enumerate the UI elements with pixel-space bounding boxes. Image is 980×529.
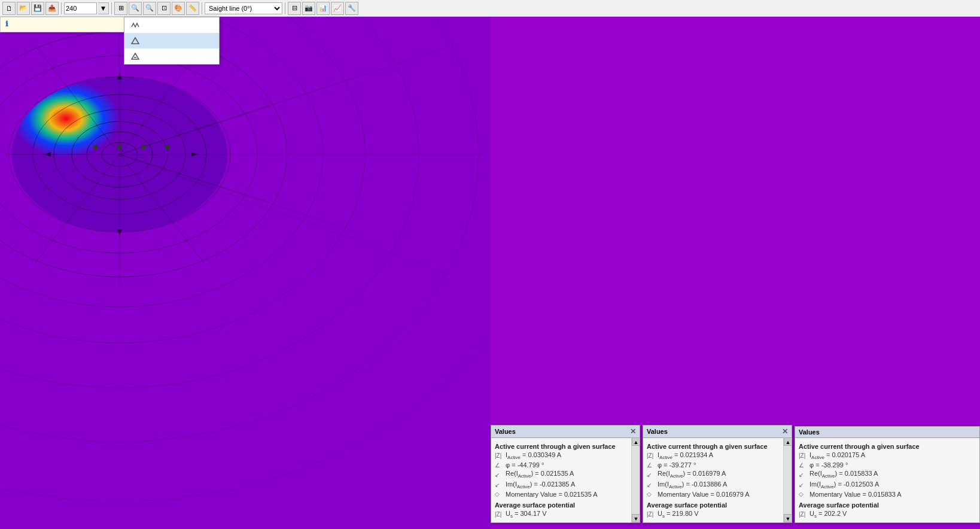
panel1-scroll-down[interactable]: ▼ xyxy=(632,514,640,522)
panel1-label-5: Momentary Value = 0.021535 A xyxy=(506,491,598,498)
magnitude-icon-3: |Z| xyxy=(799,452,807,459)
peak-icon xyxy=(130,51,140,61)
panel3-label-4: Im(IActive) = -0.012503 A xyxy=(809,481,879,490)
magnitude-icon-1: |Z| xyxy=(495,452,503,459)
svg-point-35 xyxy=(165,145,170,150)
imag-icon-1: ↙ xyxy=(495,482,503,488)
panel1-section2-title: Average surface potential xyxy=(495,501,636,509)
panel1-title: Values xyxy=(495,428,516,435)
panel1-body: Active current through a given surface |… xyxy=(491,438,640,522)
svg-point-32 xyxy=(93,145,98,150)
tool-btn3[interactable]: 📊 xyxy=(316,2,330,15)
panel2-header: Values ✕ xyxy=(643,425,792,438)
panel2-row-2: ∠ φ = -39.277 ° xyxy=(647,461,788,469)
panel1-header: Values ✕ xyxy=(491,425,640,438)
phase-input[interactable] xyxy=(64,2,97,14)
real-icon-1: ↙ xyxy=(495,472,503,478)
measure-button[interactable]: 📏 xyxy=(186,2,199,15)
tool-btn1[interactable]: ⊟ xyxy=(288,2,301,15)
mode-select[interactable]: Saight line (0°) Curved line Point xyxy=(205,2,282,14)
panel1-row-5: ◇ Momentary Value = 0.021535 A xyxy=(495,491,636,498)
save-button[interactable]: 💾 xyxy=(31,2,44,15)
rms-icon xyxy=(130,36,140,45)
svg-point-34 xyxy=(141,145,146,150)
panel1-row-4: ↙ Im(IActive) = -0.021385 A xyxy=(495,481,636,490)
color-button[interactable]: 🎨 xyxy=(172,2,185,15)
menu-item-peak[interactable] xyxy=(124,48,219,64)
panel3-header: Values xyxy=(795,427,979,438)
values-panel-3: Values Active current through a given su… xyxy=(795,426,980,523)
phase-tooltip-title: ℹ xyxy=(5,20,120,28)
moment-icon-2: ◇ xyxy=(647,491,655,497)
panel1-row-1: |Z| IActive = 0.030349 A xyxy=(495,451,636,460)
panel3-section2-title: Average surface potential xyxy=(799,501,976,509)
new-button[interactable]: 🗋 xyxy=(2,2,16,15)
zoom-in-button[interactable]: 🔍 xyxy=(129,2,142,15)
panel1-label-2: φ = -44.799 ° xyxy=(506,461,544,469)
panel3-row-1: |Z| IActive = 0.020175 A xyxy=(799,451,976,460)
separator2 xyxy=(111,2,112,14)
panel1-row-2: ∠ φ = -44.799 ° xyxy=(495,461,636,469)
panel1-section-title: Active current through a given surface xyxy=(495,443,636,450)
panel3-label-6: Us = 202.2 V xyxy=(809,510,847,519)
panel2-scroll-up[interactable]: ▲ xyxy=(784,437,792,446)
panel2-row-4: ↙ Im(IActive) = -0.013886 A xyxy=(647,481,788,490)
values-panel-1: Values ✕ Active current through a given … xyxy=(491,425,640,523)
panel2-section-title: Active current through a given surface xyxy=(647,443,788,450)
tool-btn4[interactable]: 📈 xyxy=(331,2,344,15)
panel3-body: Active current through a given surface |… xyxy=(795,438,979,522)
panel2-label-3: Re(IActive) = 0.016979 A xyxy=(658,470,726,479)
separator1 xyxy=(61,2,62,14)
wave-icon xyxy=(130,20,140,30)
imag-icon-3: ↙ xyxy=(799,482,807,488)
panel2-body: Active current through a given surface |… xyxy=(643,438,792,522)
magnitude-icon-1b: |Z| xyxy=(495,511,503,518)
panel2-scroll-down[interactable]: ▼ xyxy=(784,514,792,522)
export-button[interactable]: 📤 xyxy=(45,2,59,15)
panel2-label-1: IActive = 0.021934 A xyxy=(658,451,713,460)
panel1-row-6: |Z| Us = 304.17 V xyxy=(495,510,636,519)
angle-icon-2: ∠ xyxy=(647,462,655,469)
svg-marker-0 xyxy=(132,38,139,44)
panel2-row-6: |Z| Us = 219.80 V xyxy=(647,510,788,519)
open-button[interactable]: 📂 xyxy=(17,2,30,15)
panel1-scroll-up[interactable]: ▲ xyxy=(632,437,640,446)
panel2-label-5: Momentary Value = 0.016979 A xyxy=(658,491,750,498)
panel1-close-button[interactable]: ✕ xyxy=(630,427,636,436)
imag-icon-2: ↙ xyxy=(647,482,655,488)
panel3-row-4: ↙ Im(IActive) = -0.012503 A xyxy=(799,481,976,490)
svg-marker-1 xyxy=(132,53,139,59)
panel2-label-6: Us = 219.80 V xyxy=(658,510,699,519)
panel3-label-5: Momentary Value = 0.015833 A xyxy=(809,491,902,498)
panel2-section2-title: Average surface potential xyxy=(647,501,788,509)
panel2-close-button[interactable]: ✕ xyxy=(782,427,788,436)
panel3-row-2: ∠ φ = -38.299 ° xyxy=(799,461,976,469)
tool-btn5[interactable]: 🔧 xyxy=(345,2,358,15)
values-panel-2: Values ✕ Active current through a given … xyxy=(643,425,792,523)
phase-dropdown-button[interactable]: ▼ xyxy=(98,2,109,14)
panel1-label-1: IActive = 0.030349 A xyxy=(506,451,561,460)
info-icon: ℹ xyxy=(5,20,8,28)
panel3-row-6: |Z| Us = 202.2 V xyxy=(799,510,976,519)
svg-point-33 xyxy=(117,145,122,150)
menu-item-rms[interactable] xyxy=(124,33,219,48)
mode-btn1[interactable]: ⊞ xyxy=(114,2,127,15)
fit-button[interactable]: ⊡ xyxy=(157,2,171,15)
menu-item-momentary[interactable] xyxy=(124,17,219,33)
panel2-label-2: φ = -39.277 ° xyxy=(658,461,696,469)
panel1-scrollbar[interactable]: ▲ ▼ xyxy=(631,437,640,522)
panel3-label-1: IActive = 0.020175 A xyxy=(809,451,865,460)
panel3-row-5: ◇ Momentary Value = 0.015833 A xyxy=(799,491,976,498)
magnitude-icon-2: |Z| xyxy=(647,452,655,459)
panel3-row-3: ↙ Re(IActive) = 0.015833 A xyxy=(799,470,976,479)
angle-icon-3: ∠ xyxy=(799,462,807,469)
field-visualization xyxy=(0,17,491,529)
panel2-scrollbar[interactable]: ▲ ▼ xyxy=(783,437,792,522)
magnitude-icon-3b: |Z| xyxy=(799,511,807,518)
phase-tooltip: ℹ xyxy=(0,17,126,32)
panel2-row-5: ◇ Momentary Value = 0.016979 A xyxy=(647,491,788,498)
real-icon-2: ↙ xyxy=(647,472,655,478)
zoom-out-button[interactable]: 🔍 xyxy=(143,2,156,15)
panel3-label-3: Re(IActive) = 0.015833 A xyxy=(809,470,878,479)
tool-btn2[interactable]: 📷 xyxy=(302,2,315,15)
